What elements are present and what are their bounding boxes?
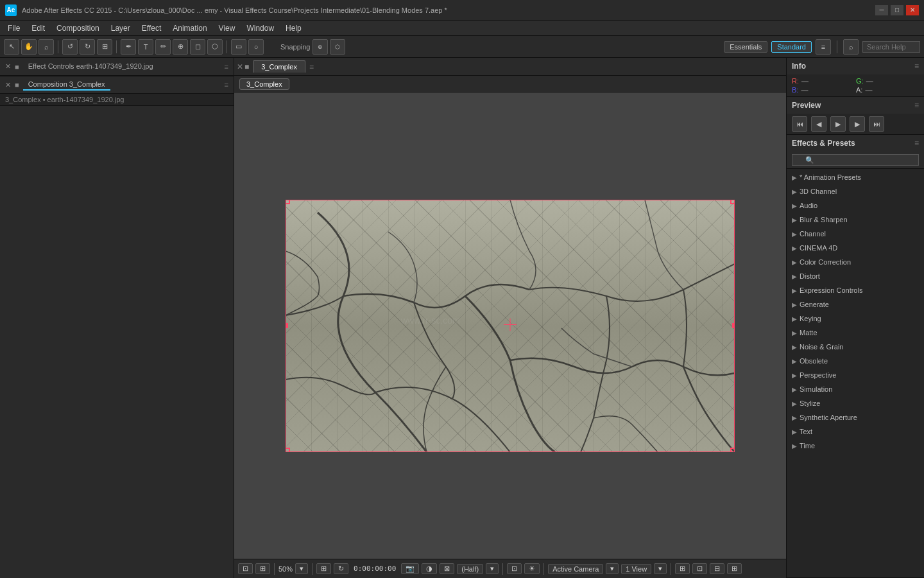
quality-chevron[interactable]: ▾ [486,563,499,574]
menu-effect[interactable]: Effect [137,22,166,34]
tab-effect-controls[interactable]: Effect Controls earth-1407349_1920.jpg [23,61,158,73]
handle-bl[interactable] [286,448,290,452]
ep-distort[interactable]: ▶ Distort [787,269,924,283]
quality-dropdown[interactable]: (Half) [457,564,483,574]
search-button[interactable]: ⌕ [843,39,859,55]
resolution-dropdown[interactable]: ⊞ [316,563,331,574]
ep-animation-presets[interactable]: ▶ * Animation Presets [787,170,924,184]
output-module-btn[interactable]: ⊞ [727,563,742,574]
ep-noise-grain[interactable]: ▶ Noise & Grain [787,340,924,354]
panel-close-comp[interactable]: ✕ [5,81,11,89]
ep-text[interactable]: ▶ Text [787,425,924,439]
composition-canvas[interactable]: www.rr-sc.com 大人素材 [286,200,735,452]
preview-play-btn[interactable]: ⏮ [792,116,807,132]
info-menu-icon[interactable]: ≡ [914,62,919,71]
workspace-standard[interactable]: Standard [771,41,812,53]
menu-window[interactable]: Window [241,22,279,34]
brush-tool[interactable]: ✏ [155,39,171,55]
eraser-tool[interactable]: ◻ [190,39,205,55]
channel-btn[interactable]: ⊡ [507,563,522,574]
panel-close-left[interactable]: ✕ [5,62,11,71]
comp-tab-3complex[interactable]: 3_Complex [253,60,305,73]
zoom-dropdown[interactable]: ▾ [295,563,308,574]
ep-simulation[interactable]: ▶ Simulation [787,382,924,396]
stamp-tool[interactable]: ⊕ [173,39,188,55]
workspace-menu[interactable]: ≡ [816,39,831,55]
handle-br[interactable] [730,448,735,452]
handle-mr[interactable] [732,323,735,328]
panel-menu-comp[interactable]: ≡ [225,81,228,89]
compare-btn[interactable]: ◑ [422,563,437,574]
pan-tool[interactable]: ⊞ [97,39,112,55]
guides-btn[interactable]: ⊡ [692,563,707,574]
handle-tr[interactable] [730,200,735,204]
ep-matte[interactable]: ▶ Matte [787,326,924,340]
viewer-region-btn[interactable]: ⊡ [238,563,253,574]
preview-fwd-btn[interactable]: ▶ [850,116,865,132]
preview-play-pause-btn[interactable]: ▶ [830,116,846,132]
menu-file[interactable]: File [3,22,25,34]
zoom-tool[interactable]: ⌕ [38,39,54,55]
handle-ml[interactable] [286,323,288,328]
tab-composition[interactable]: Composition 3_Complex [23,79,110,91]
shape-rect-tool[interactable]: ▭ [231,39,246,55]
ep-obsolete[interactable]: ▶ Obsolete [787,354,924,368]
menu-help[interactable]: Help [280,22,307,34]
ep-keying[interactable]: ▶ Keying [787,311,924,326]
snapping-toggle[interactable]: ⊕ [312,39,328,55]
preview-header[interactable]: Preview ≡ [787,97,924,114]
viewer-safe-btn[interactable]: ⊞ [255,563,270,574]
export-frame-btn[interactable]: ⊟ [710,563,724,574]
maximize-button[interactable]: □ [891,5,903,15]
text-tool[interactable]: T [138,39,153,55]
view-chevron[interactable]: ▾ [654,563,667,574]
rotate-tool[interactable]: ↺ [62,39,78,55]
ep-expression-controls[interactable]: ▶ Expression Controls [787,283,924,297]
effects-presets-header[interactable]: Effects & Presets ≡ [787,135,924,152]
hand-tool[interactable]: ✋ [21,39,37,55]
transparency-btn[interactable]: ⊠ [440,563,454,574]
camera-chevron[interactable]: ▾ [606,563,619,574]
exposure-btn[interactable]: ☀ [524,563,540,574]
ep-color-correction[interactable]: ▶ Color Correction [787,255,924,269]
ep-synthetic-aperture[interactable]: ▶ Synthetic Aperture [787,410,924,425]
menu-composition[interactable]: Composition [51,22,105,34]
handle-tl[interactable] [286,200,290,204]
workspace-essentials[interactable]: Essentials [724,41,767,53]
ep-perspective[interactable]: ▶ Perspective [787,368,924,382]
menu-view[interactable]: View [214,22,241,34]
preview-end-btn[interactable]: ⏭ [869,116,884,132]
puppet-tool[interactable]: ⬡ [207,39,223,55]
menu-animation[interactable]: Animation [167,22,212,34]
ep-stylize[interactable]: ▶ Stylize [787,396,924,410]
menu-edit[interactable]: Edit [26,22,50,34]
playback-btn[interactable]: ↻ [334,563,348,574]
orbit-tool[interactable]: ↻ [80,39,95,55]
snapshot-btn[interactable]: 📷 [401,563,419,574]
ep-audio[interactable]: ▶ Audio [787,198,924,213]
ep-time[interactable]: ▶ Time [787,439,924,453]
minimize-button[interactable]: ─ [875,5,888,15]
view-count-btn[interactable]: 1 View [621,564,651,574]
menu-layer[interactable]: Layer [106,22,135,34]
comp-panel-menu[interactable]: ≡ [309,62,314,71]
preview-back-btn[interactable]: ◀ [811,116,826,132]
ep-cinema4d[interactable]: ▶ CINEMA 4D [787,241,924,255]
preview-menu-icon[interactable]: ≡ [914,101,919,110]
ep-3d-channel[interactable]: ▶ 3D Channel [787,184,924,198]
close-button[interactable]: ✕ [906,5,919,15]
active-camera-dropdown[interactable]: Active Camera [548,564,603,574]
shape-ellipse-tool[interactable]: ○ [248,39,264,55]
comp-panel-close[interactable]: ✕ [237,62,243,71]
ep-blur-sharpen[interactable]: ▶ Blur & Sharpen [787,213,924,227]
grid-btn[interactable]: ⊞ [675,563,690,574]
ep-menu-icon[interactable]: ≡ [914,139,919,148]
ep-generate[interactable]: ▶ Generate [787,297,924,311]
select-tool[interactable]: ↖ [4,39,19,55]
comp-view-tab[interactable]: 3_Complex [239,78,289,90]
search-help-input[interactable] [862,41,920,53]
pen-tool[interactable]: ✒ [121,39,136,55]
effects-search-input[interactable] [792,154,919,166]
snap-options[interactable]: ⬡ [330,39,345,55]
info-header[interactable]: Info ≡ [787,58,924,74]
